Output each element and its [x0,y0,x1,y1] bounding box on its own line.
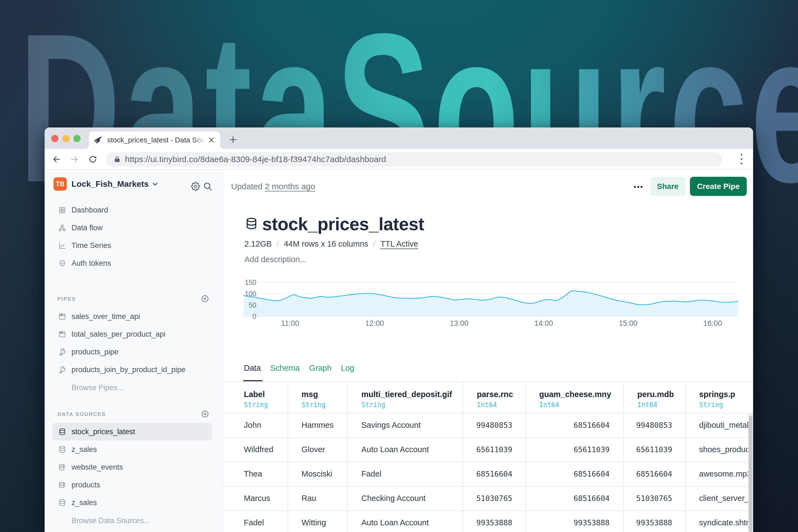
zoom-window-button[interactable] [73,135,81,142]
column-header[interactable]: msg [302,390,318,399]
sidebar-item-total-sales-per-product-api[interactable]: total_sales_per_product_api [44,325,223,343]
minimize-window-button[interactable] [62,135,70,142]
table-scrollbar-thumb[interactable] [749,416,752,532]
table-cell: 68516604 [573,421,610,430]
rows-cols-label: 44M rows x 16 columns [284,240,368,249]
pipe-icon [58,366,66,374]
browser-tabstrip: stock_prices_latest - Data Sour [44,128,753,149]
tab-title: stock_prices_latest - Data Sour [107,131,208,149]
sidebar-item-dashboard[interactable]: Dashboard [44,201,223,219]
ttl-link[interactable]: TTL Active [380,240,418,249]
sidebar-item-time-series[interactable]: Time Series [44,236,223,254]
back-icon[interactable] [52,155,61,164]
column-type: Int64 [539,401,559,409]
tab-close-icon[interactable] [208,136,215,144]
size-label: 2.12GB [244,240,271,249]
new-tab-button[interactable] [229,135,238,144]
more-actions-icon[interactable] [634,185,644,188]
workspace-name[interactable]: Lock_Fish_Markets [72,177,149,191]
x-tick-label: 16:00 [703,319,722,327]
sidebar-item-data-flow[interactable]: Data flow [44,219,223,236]
add-pipe-icon[interactable] [201,295,209,303]
column-type: String [361,401,385,409]
updated-label: Updated 2 months ago [231,182,315,191]
updated-time-link[interactable]: 2 months ago [265,182,315,191]
column-header[interactable]: springs.p [699,390,735,399]
sidebar-item-website-events[interactable]: website_events [44,458,223,476]
datasource-icon [245,217,258,230]
create-pipe-button[interactable]: Create Pipe [690,177,747,196]
close-window-button[interactable] [51,135,58,142]
x-tick-label: 15:00 [619,319,638,327]
search-icon[interactable] [203,182,212,191]
column-header[interactable]: Label [244,390,265,399]
database-bolt-icon [58,463,66,471]
gear-icon[interactable] [191,182,200,191]
table-cell: Fadel [361,469,382,478]
y-tick-label: 0 [252,312,256,320]
table-cell: Savings Account [361,421,421,430]
browser-tab[interactable]: stock_prices_latest - Data Sour [89,131,220,149]
column-divider [288,381,288,532]
browser-menu-icon[interactable] [737,153,745,166]
sidebar-item-sales-over-time-api[interactable]: sales_over_time_api [44,307,223,325]
y-tick-label: 50 [249,301,256,309]
table-cell: Mosciski [302,469,332,478]
table-cell: shoes_product [699,445,752,454]
tab-schema[interactable]: Schema [270,363,300,373]
database-icon [58,499,66,507]
endpoint-icon [58,313,66,320]
table-cell: awesome.mp3 [699,469,752,478]
column-header[interactable]: parse.rnc [477,390,513,399]
table-scrollbar[interactable] [748,413,753,532]
sidebar-item-auth-tokens[interactable]: Auth tokens [44,254,223,272]
table-cell: Witting [302,518,326,527]
shield-icon [58,260,66,267]
table-cell: Fadel [244,518,264,527]
url-text: https://ui.tinybird.co/8dae6a-8309-84je-… [125,155,386,164]
browser-navbar: https://ui.tinybird.co/8dae6a-8309-84je-… [44,149,753,170]
table-cell: 99353888 [476,518,512,527]
sidebar-item-products-pipe[interactable]: products_pipe [44,343,223,361]
chevron-down-icon[interactable] [151,180,159,188]
browse-link[interactable]: Browse Data Sources... [72,516,150,525]
table-cell: client_server_app [699,494,753,503]
browse-link[interactable]: Browse Pipes... [72,383,124,392]
column-header[interactable]: peru.mdb [637,390,674,399]
table-cell: Wildfred [244,445,273,454]
reload-icon[interactable] [89,155,97,164]
table-cell: 65611039 [573,445,610,454]
table-cell: 51030765 [476,494,512,502]
share-button[interactable]: Share [650,177,685,196]
meta-row: 2.12GB / 44M rows x 16 columns / TTL Act… [244,240,418,249]
sidebar-item-z-sales[interactable]: z_sales [44,494,223,512]
table-cell: Auto Loan Account [361,445,429,454]
sidebar-item-products[interactable]: products [44,476,223,494]
table-cell: Rau [302,494,316,503]
url-bar[interactable]: https://ui.tinybird.co/8dae6a-8309-84je-… [105,152,722,167]
endpoint-icon [58,330,66,338]
tab-log[interactable]: Log [341,363,354,373]
sidebar-item-products-join-by-product-id-pipe[interactable]: products_join_by_product_id_pipe [44,361,223,379]
section-title: DATA SOURCES [57,411,106,417]
table-cell: Hammes [302,421,334,430]
column-header[interactable]: guam_cheese.mny [539,390,611,399]
detail-tabs: DataSchemaGraphLog [244,363,355,373]
tab-graph[interactable]: Graph [309,363,332,373]
database-user-icon [58,481,66,489]
x-tick-label: 11:00 [281,319,299,327]
column-divider [525,381,526,532]
sidebar-item-stock-prices-latest[interactable]: stock_prices_latest [44,423,223,440]
column-divider [623,381,624,532]
sidebar-item-z-sales[interactable]: z_sales [44,440,223,458]
column-type: String [244,401,268,409]
forward-icon[interactable] [70,155,79,164]
add-datasource-icon[interactable] [201,410,209,418]
table-cell: syndicate.shtml [699,518,753,527]
tab-data[interactable]: Data [244,363,261,373]
description-placeholder[interactable]: Add description... [244,255,306,264]
area-chart: 05010015011:0012:0013:0014:0015:0016:00 [243,277,740,331]
column-divider [347,381,348,532]
table-cell: 99480853 [636,421,672,430]
column-header[interactable]: multi_tiered_deposit.gif [361,390,452,399]
